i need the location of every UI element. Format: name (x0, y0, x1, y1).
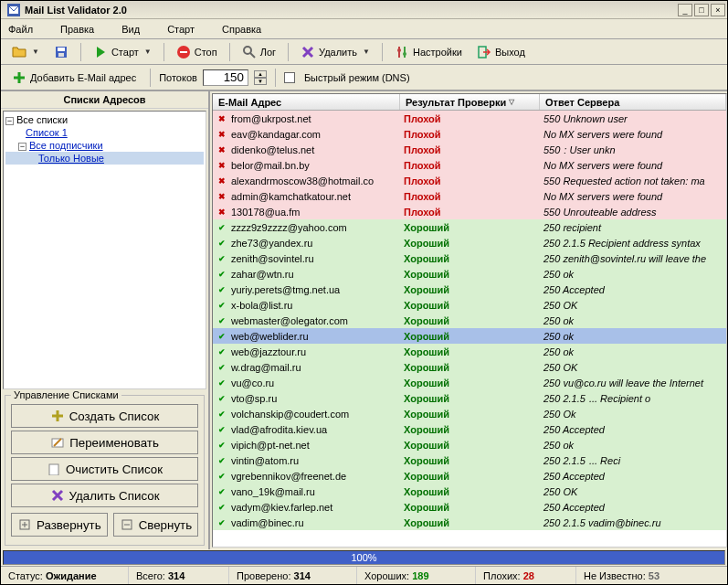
table-row[interactable]: ✔webmaster@olegator.comХороший250 ok (213, 313, 726, 328)
rename-list-button[interactable]: Переименовать (11, 431, 198, 454)
check-icon: ✔ (216, 331, 227, 342)
table-row[interactable]: ✔zzzz9z9zzzz@yahoo.comХороший250 recipie… (213, 219, 726, 235)
cell-email: ✔zenith@sovintel.ru (213, 253, 400, 264)
tree-root[interactable]: −Все списки (5, 113, 204, 126)
col-response[interactable]: Ответ Сервера (540, 94, 726, 110)
table-row[interactable]: ✔zenith@sovintel.ruХороший250 zenith@sov… (213, 250, 726, 266)
cell-result: Плохой (400, 160, 540, 171)
cell-response: 550 Requested action not taken: ma (540, 176, 726, 186)
table-row[interactable]: ✔web@jazztour.ruХороший250 ok (213, 344, 726, 359)
delete-list-button[interactable]: Удалить Список (11, 484, 198, 507)
cell-result: Хороший (400, 409, 540, 420)
minimize-button[interactable]: _ (678, 4, 692, 16)
add-email-button[interactable]: Добавить E-Mail адрес (6, 69, 142, 87)
check-icon: ✔ (216, 471, 227, 482)
grid-body[interactable]: ✖from@ukrpost.netПлохой550 Unknown user✖… (213, 111, 726, 547)
table-row[interactable]: ✔vto@sp.ruХороший250 2.1.5 ... Recipient… (213, 390, 726, 406)
cell-result: Плохой (400, 144, 540, 155)
cell-email: ✔yuriy.perets@tmg.net.ua (213, 284, 400, 295)
table-row[interactable]: ✔vadym@kiev.farlep.netХороший250 Accepte… (213, 499, 726, 515)
settings-button[interactable]: Настройки (389, 43, 468, 61)
clear-list-button[interactable]: Очистить Список (11, 457, 198, 481)
table-row[interactable]: ✔vadim@binec.ruХороший250 2.1.5 vadim@bi… (213, 515, 726, 530)
maximize-button[interactable]: □ (694, 4, 709, 16)
table-row[interactable]: ✔volchanskip@coudert.comХороший250 Ok (213, 406, 726, 421)
cell-result: Хороший (400, 455, 540, 466)
check-icon: ✔ (216, 346, 227, 357)
menu-view[interactable]: Вид (121, 24, 140, 35)
check-icon: ✔ (216, 378, 227, 388)
table-row[interactable]: ✖didenko@telus.netПлохой550 : User unkn (213, 142, 726, 157)
table-row[interactable]: ✔x-bola@list.ruХороший250 OK (213, 297, 726, 313)
cell-response: No MX servers were found (540, 160, 726, 171)
cell-email: ✖didenko@telus.net (213, 144, 400, 155)
tree-item-subscribers[interactable]: −Все подписчики (5, 139, 204, 152)
open-button[interactable]: ▼ (6, 43, 45, 61)
group-title: Управление Списками (11, 389, 121, 400)
check-icon: ✔ (216, 222, 227, 233)
table-row[interactable]: ✔vgrebennikov@freenet.deХороший250 Accep… (213, 468, 726, 484)
expand-button[interactable]: Развернуть (11, 513, 108, 537)
threads-input[interactable] (203, 69, 248, 86)
spin-down[interactable]: ▼ (254, 78, 267, 85)
cell-response: 550 : User unkn (540, 144, 726, 155)
dropdown-icon: ▼ (144, 48, 152, 56)
collapse-icon[interactable]: − (5, 117, 14, 125)
settings-label: Настройки (413, 47, 462, 58)
cell-email: ✖belor@mail.bn.by (213, 160, 400, 171)
table-row[interactable]: ✔vano_19k@mail.ruХороший250 OK (213, 484, 726, 499)
cell-response: 250 ok (540, 440, 726, 451)
table-row[interactable]: ✔yuriy.perets@tmg.net.uaХороший250 Accep… (213, 282, 726, 297)
create-list-button[interactable]: Создать Список (11, 404, 198, 428)
table-row[interactable]: ✖belor@mail.bn.byПлохойNo MX servers wer… (213, 157, 726, 173)
delete-button[interactable]: Удалить ▼ (295, 43, 375, 61)
menu-help[interactable]: Справка (222, 24, 261, 35)
table-row[interactable]: ✔w.drag@mail.ruХороший250 OK (213, 359, 726, 375)
table-row[interactable]: ✖from@ukrpost.netПлохой550 Unknown user (213, 111, 726, 126)
cell-email: ✔vlad@afrodita.kiev.ua (213, 424, 400, 435)
table-row[interactable]: ✔vu@co.ruХороший250 vu@co.ru will leave … (213, 375, 726, 390)
table-row[interactable]: ✔zhe73@yandex.ruХороший250 2.1.5 Recipie… (213, 235, 726, 250)
tree-item-list1[interactable]: Список 1 (5, 126, 204, 139)
stop-button[interactable]: Стоп (171, 43, 223, 61)
table-row[interactable]: ✔vlad@afrodita.kiev.uaХороший250 Accepte… (213, 421, 726, 437)
exit-button[interactable]: Выход (471, 43, 531, 61)
x-icon: ✖ (216, 160, 227, 171)
collapse-icon[interactable]: − (18, 143, 26, 151)
spin-up[interactable]: ▲ (254, 70, 267, 78)
menu-file[interactable]: Файл (8, 24, 33, 35)
play-icon (93, 45, 108, 59)
menu-start[interactable]: Старт (167, 24, 195, 35)
cell-email: ✔vadym@kiev.farlep.net (213, 502, 400, 513)
close-button[interactable]: × (711, 4, 725, 16)
table-row[interactable]: ✔web@weblider.ruХороший250 ok (213, 328, 726, 344)
table-row[interactable]: ✖130178@ua.fmПлохой550 Unrouteable addre… (213, 204, 726, 219)
fastmode-checkbox[interactable] (284, 72, 295, 83)
start-button[interactable]: Старт ▼ (88, 43, 157, 61)
table-row[interactable]: ✖admin@kamchatkatour.netПлохойNo MX serv… (213, 188, 726, 204)
sidebar-header: Списки Адресов (1, 91, 208, 109)
cell-result: Хороший (400, 238, 540, 249)
cell-response: 250 Accepted (540, 471, 726, 482)
status-total: Всего: 314 (129, 567, 229, 584)
table-row[interactable]: ✔vipich@pt-net.netХороший250 ok (213, 437, 726, 452)
address-tree[interactable]: −Все списки Список 1 −Все подписчики Тол… (3, 111, 206, 389)
table-row[interactable]: ✖eav@kandagar.comПлохойNo MX servers wer… (213, 126, 726, 142)
tree-item-new[interactable]: Только Новые (5, 152, 204, 165)
col-result[interactable]: Результат Проверки▽ (400, 94, 540, 110)
table-row[interactable]: ✖alexandrmoscow38@hotmail.coПлохой550 Re… (213, 173, 726, 188)
cell-email: ✔vipich@pt-net.net (213, 440, 400, 451)
cell-response: 250 OK (540, 486, 726, 497)
save-button[interactable] (48, 43, 74, 61)
cell-email: ✔web@weblider.ru (213, 331, 400, 342)
check-icon: ✔ (216, 455, 227, 466)
table-row[interactable]: ✔vintin@atom.ruХороший250 2.1.5 ... Reci (213, 452, 726, 468)
collapse-button[interactable]: Свернуть (113, 513, 198, 537)
statusbar: Статус: Ожидание Всего: 314 Проверено: 3… (1, 566, 727, 584)
log-button[interactable]: Лог (237, 43, 281, 61)
check-icon: ✔ (216, 238, 227, 249)
settings-icon (395, 45, 409, 59)
col-email[interactable]: E-Mail Адрес (213, 94, 400, 110)
menu-edit[interactable]: Правка (60, 24, 94, 35)
table-row[interactable]: ✔zahar@wtn.ruХороший250 ok (213, 266, 726, 282)
